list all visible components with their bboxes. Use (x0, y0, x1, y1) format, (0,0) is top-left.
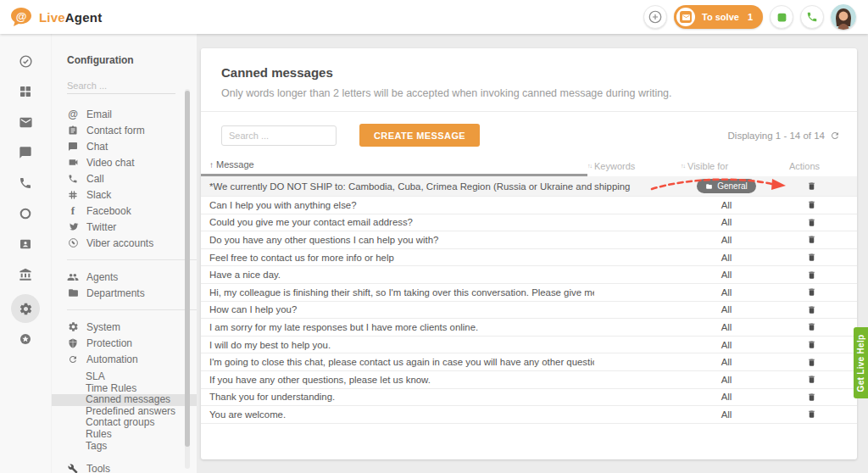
delete-button[interactable] (807, 374, 816, 385)
table-row[interactable]: Thank you for understanding. All (201, 389, 857, 407)
keywords-cell: shipping (594, 181, 687, 192)
rail-item-online[interactable] (0, 198, 51, 229)
delete-button[interactable] (807, 199, 816, 210)
liveagent-logo[interactable]: @ LiveAgent (10, 7, 102, 27)
table-row[interactable]: Feel free to contact us for more info or… (201, 249, 857, 267)
create-message-button[interactable]: CREATE MESSAGE (359, 124, 480, 147)
to-solve-button[interactable]: To solve 1 (674, 5, 763, 29)
sort-ascending-icon: ↑ (209, 160, 214, 170)
delete-button[interactable] (807, 252, 816, 263)
table-row[interactable]: I'm going to close this chat, please con… (201, 353, 857, 371)
delete-button[interactable] (807, 357, 816, 368)
table-row[interactable]: You are welcome. All (201, 406, 857, 424)
delete-button[interactable] (807, 339, 816, 350)
rail-item-contacts[interactable] (0, 229, 51, 259)
column-header-keywords[interactable]: ↑↓ Keywords (587, 161, 681, 171)
delete-button[interactable] (807, 321, 816, 332)
sidebar-item-call[interactable]: Call (52, 170, 197, 186)
sidebar-item-rules[interactable]: Rules (52, 429, 197, 441)
rail-item-chat[interactable] (0, 137, 51, 168)
sidebar-item-sla[interactable]: SLA (52, 371, 197, 383)
sidebar-item-canned-messages[interactable]: Canned messages (52, 394, 197, 406)
rail-item-tickets[interactable] (0, 46, 51, 76)
displaying-count: Displaying 1 - 14 of 14 (728, 131, 825, 141)
sidebar-item-email[interactable]: @Email (52, 106, 197, 122)
table-row[interactable]: How can I help you? All (201, 302, 857, 320)
refresh-icon[interactable] (830, 131, 840, 141)
delete-button[interactable] (807, 304, 816, 315)
visible-for-cell: All (687, 375, 765, 385)
table-row[interactable]: Do you have any other questions I can he… (201, 231, 857, 249)
delete-button[interactable] (807, 217, 816, 228)
trash-icon (807, 409, 816, 420)
page-title: Canned messages (221, 65, 837, 80)
sidebar-item-tags[interactable]: Tags (52, 441, 197, 453)
delete-button[interactable] (807, 287, 816, 298)
table-search-input[interactable] (221, 125, 337, 146)
table-row[interactable]: I am sorry for my late responses but I h… (201, 319, 857, 337)
calls-button[interactable] (800, 5, 824, 29)
sidebar-item-time-rules[interactable]: Time Rules (52, 383, 197, 395)
gear-icon (11, 294, 40, 323)
visible-for-cell: All (687, 392, 765, 402)
table-row[interactable]: Could you give me your contact email add… (201, 214, 857, 232)
sort-icon: ↑↓ (681, 163, 685, 169)
user-avatar[interactable] (831, 4, 856, 30)
table-row[interactable]: Have a nice day. All (201, 266, 857, 284)
sidebar-item-contact-form[interactable]: Contact form (52, 122, 197, 138)
folder-icon (705, 183, 713, 190)
sidebar-item-departments[interactable]: Departments (52, 285, 197, 301)
sidebar-item-chat[interactable]: Chat (52, 138, 197, 154)
sidebar-item-slack[interactable]: Slack (52, 186, 197, 203)
table-row[interactable]: Can I help you with anything else? All (201, 197, 857, 214)
delete-button[interactable] (807, 234, 816, 245)
trash-icon (807, 270, 816, 281)
form-icon (67, 125, 79, 136)
table-row[interactable]: Hi, my colleague is finishing their shif… (201, 284, 857, 302)
message-cell: Feel free to contact us for more info or… (201, 253, 594, 263)
chat-icon (776, 12, 787, 23)
phone-icon (67, 174, 79, 184)
sidebar-item-video-chat[interactable]: Video chat (52, 154, 197, 170)
rail-item-mail[interactable] (0, 107, 51, 137)
table-row[interactable]: If you have any other questions, please … (201, 371, 857, 389)
trash-icon (807, 357, 816, 368)
message-cell: How can I help you? (201, 304, 594, 314)
star-circle-icon (11, 325, 40, 353)
rail-item-addons[interactable] (0, 324, 51, 354)
sidebar-item-viber[interactable]: Viber accounts (52, 235, 197, 251)
sidebar-scrollbar-thumb[interactable] (185, 91, 190, 447)
table-row[interactable]: *We currently DO NOT SHIP to: Cambodia, … (201, 176, 857, 197)
visible-for-cell: All (687, 253, 765, 263)
add-button[interactable] (643, 5, 667, 29)
chat-bubble-icon (11, 138, 40, 167)
logo-agent-text: Agent (65, 10, 103, 25)
message-cell: I'm going to close this chat, please con… (201, 357, 594, 367)
rail-item-dashboard[interactable] (0, 76, 51, 107)
sidebar-item-protection[interactable]: Protection (52, 335, 197, 351)
table-row[interactable]: I will do my best to help you. All (201, 337, 857, 354)
sidebar-search-input[interactable] (67, 78, 175, 94)
sidebar-item-contact-groups[interactable]: Contact groups (52, 417, 197, 429)
column-header-visible-for[interactable]: ↑↓ Visible for (681, 161, 759, 171)
rail-item-settings[interactable] (0, 293, 51, 324)
column-header-message[interactable]: ↑ Message (201, 155, 587, 176)
sidebar-item-predefined-answers[interactable]: Predefined answers (52, 406, 197, 418)
get-live-help-button[interactable]: Get Live Help (854, 327, 868, 398)
sidebar-item-facebook[interactable]: fFacebook (52, 203, 197, 219)
rail-item-call[interactable] (0, 168, 51, 198)
sidebar-item-system[interactable]: System (52, 319, 197, 335)
chats-button[interactable] (770, 5, 793, 29)
sidebar-item-agents[interactable]: Agents (52, 269, 197, 285)
rail-item-billing[interactable] (0, 259, 51, 290)
delete-button[interactable] (807, 181, 816, 192)
sidebar-item-twitter[interactable]: Twitter (52, 219, 197, 235)
facebook-icon: f (67, 204, 79, 218)
sidebar-item-tools[interactable]: Tools (52, 460, 197, 473)
message-cell: Hi, my colleague is finishing their shif… (201, 287, 594, 298)
delete-button[interactable] (807, 270, 816, 281)
sidebar-item-automation[interactable]: Automation (52, 351, 197, 367)
delete-button[interactable] (807, 409, 816, 420)
delete-button[interactable] (807, 392, 816, 403)
envelope-icon (680, 11, 692, 23)
